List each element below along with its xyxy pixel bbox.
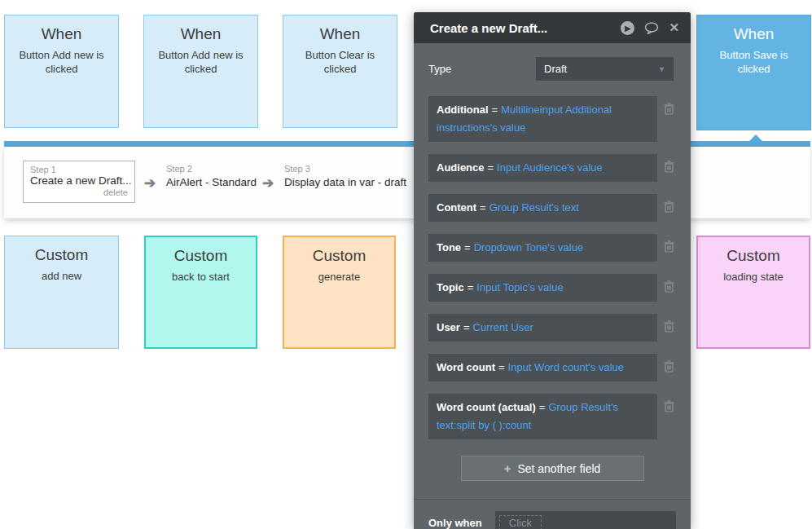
event-card-title: Custom: [5, 246, 118, 264]
event-card-title: When: [697, 25, 810, 43]
field-value-link[interactable]: Input Word count's value: [508, 361, 624, 373]
arrow-right-icon: ➔: [144, 174, 156, 192]
event-card-custom-generate[interactable]: Custom generate: [283, 236, 396, 349]
set-another-field-button[interactable]: +Set another field: [461, 456, 644, 481]
arrow-right-icon: ➔: [262, 174, 274, 192]
trash-icon[interactable]: [664, 161, 674, 173]
trash-icon[interactable]: [664, 201, 674, 213]
only-when-label: Only when: [428, 517, 495, 529]
event-card-custom-loading-state[interactable]: Custom loading state: [696, 236, 810, 349]
field-expression[interactable]: Tone=Dropdown Tone's value: [428, 234, 657, 262]
trash-icon[interactable]: [664, 360, 674, 373]
event-card-custom-add-new[interactable]: Custom add new: [4, 236, 119, 349]
step-name: Display data in var - draft: [284, 176, 406, 188]
type-dropdown-value: Draft: [544, 63, 658, 75]
field-expression[interactable]: Audience=Input Audience's value: [428, 154, 657, 182]
event-card-when-clear[interactable]: When Button Clear is clicked: [283, 15, 397, 128]
field-value-link[interactable]: Input Topic's value: [476, 281, 563, 293]
event-card-subtitle: generate: [284, 270, 394, 284]
field-row-content: Content=Group Result's text: [428, 194, 676, 222]
panel-header[interactable]: Create a new Draft... ▶ ✕: [414, 12, 691, 43]
step-3[interactable]: Step 3 Display data in var - draft: [284, 164, 406, 188]
section-divider: [414, 499, 691, 500]
type-dropdown[interactable]: Draft ▼: [536, 57, 674, 81]
panel-body: Type Draft ▼ Additional=Multilineinput A…: [414, 57, 691, 529]
step-label: Step 1: [30, 165, 128, 174]
event-card-subtitle: Button Save is clicked: [697, 48, 810, 76]
event-card-subtitle: Button Add new is clicked: [5, 48, 118, 76]
event-card-title: When: [5, 25, 118, 43]
trash-icon[interactable]: [664, 400, 674, 412]
event-card-title: Custom: [284, 247, 394, 265]
field-row-user: User=Current User: [428, 314, 676, 342]
event-card-subtitle: Button Clear is clicked: [283, 48, 397, 76]
event-card-subtitle: back to start: [146, 270, 256, 284]
only-when-input[interactable]: Click: [495, 511, 676, 529]
field-row-additional: Additional=Multilineinput Additional ins…: [428, 96, 676, 142]
event-card-when-add-new-2[interactable]: When Button Add new is clicked: [143, 15, 258, 128]
field-value-link[interactable]: Dropdown Tone's value: [474, 241, 584, 253]
close-icon[interactable]: ✕: [669, 20, 679, 35]
action-properties-panel: Create a new Draft... ▶ ✕ Type Draft ▼ A…: [414, 12, 691, 529]
panel-header-icons: ▶ ✕: [621, 20, 679, 35]
step-label: Step 3: [284, 164, 406, 174]
event-card-custom-back-to-start[interactable]: Custom back to start: [144, 236, 257, 349]
trash-icon[interactable]: [664, 280, 674, 293]
event-card-subtitle: add new: [5, 269, 118, 283]
run-icon[interactable]: ▶: [621, 21, 634, 35]
event-card-title: Custom: [146, 247, 256, 265]
event-card-when-add-new-1[interactable]: When Button Add new is clicked: [4, 15, 119, 128]
event-card-title: When: [144, 25, 257, 43]
field-assignments: Additional=Multilineinput Additional ins…: [428, 96, 676, 439]
trash-icon[interactable]: [664, 103, 674, 115]
step-name: AirAlert - Standard: [166, 176, 257, 188]
chevron-down-icon: ▼: [658, 65, 665, 73]
only-when-placeholder[interactable]: Click: [499, 515, 542, 529]
event-card-title: Custom: [698, 247, 809, 265]
field-expression[interactable]: Topic=Input Topic's value: [428, 274, 657, 302]
event-card-when-save-selected[interactable]: When Button Save is clicked: [696, 15, 811, 130]
field-value-link[interactable]: Input Audience's value: [497, 161, 603, 174]
field-expression[interactable]: Content=Group Result's text: [428, 194, 657, 222]
field-value-link[interactable]: Current User: [473, 321, 533, 333]
type-row: Type Draft ▼: [428, 57, 676, 81]
field-row-word-count-actual: Word count (actual)=Group Result's text:…: [428, 394, 676, 439]
plus-icon: +: [504, 461, 511, 475]
step-1-box[interactable]: Step 1 Create a new Draft... delete: [23, 161, 135, 203]
trash-icon[interactable]: [664, 240, 674, 253]
field-expression[interactable]: Word count=Input Word count's value: [428, 354, 657, 381]
only-when-row: Only when Click: [428, 511, 676, 529]
trash-icon[interactable]: [664, 320, 674, 333]
set-another-field-label: Set another field: [517, 462, 600, 475]
step-label: Step 2: [166, 164, 257, 174]
event-card-title: When: [283, 25, 397, 43]
type-label: Type: [428, 63, 536, 75]
event-card-subtitle: Button Add new is clicked: [144, 48, 257, 76]
step-2[interactable]: Step 2 AirAlert - Standard: [166, 164, 257, 188]
field-value-link[interactable]: Group Result's text: [489, 201, 579, 214]
event-card-subtitle: loading state: [698, 270, 809, 284]
field-expression[interactable]: User=Current User: [428, 314, 657, 342]
field-row-tone: Tone=Dropdown Tone's value: [428, 234, 676, 262]
field-row-topic: Topic=Input Topic's value: [428, 274, 676, 302]
field-row-word-count: Word count=Input Word count's value: [428, 354, 676, 381]
field-row-audience: Audience=Input Audience's value: [428, 154, 676, 182]
step-name: Create a new Draft...: [30, 174, 128, 187]
step-delete-link[interactable]: delete: [30, 187, 128, 197]
field-expression[interactable]: Word count (actual)=Group Result's text:…: [428, 394, 657, 439]
field-expression[interactable]: Additional=Multilineinput Additional ins…: [428, 96, 657, 142]
panel-title: Create a new Draft...: [430, 21, 621, 35]
comment-icon[interactable]: [644, 22, 659, 34]
